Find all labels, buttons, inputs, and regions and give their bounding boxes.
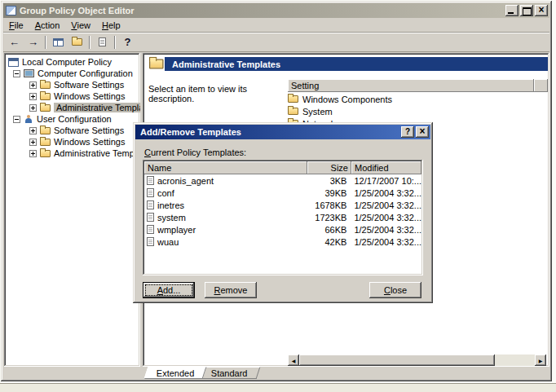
- horizontal-scrollbar[interactable]: ◀ ▶: [288, 355, 546, 366]
- document-icon: [147, 237, 154, 246]
- tree-item-administrative-templates-computer[interactable]: Administrative Templates: [6, 102, 139, 113]
- document-icon: [147, 200, 154, 209]
- dialog-titlebar[interactable]: Add/Remove Templates: [135, 125, 430, 139]
- template-row[interactable]: inetres 1678KB 1/25/2004 3:32...: [144, 199, 421, 211]
- list-item-system[interactable]: System: [288, 105, 547, 117]
- toolbar-separator: [114, 36, 116, 49]
- app-icon: [6, 6, 16, 15]
- export-list-icon: [99, 37, 106, 46]
- back-button[interactable]: ←: [5, 34, 24, 51]
- maximize-button[interactable]: [520, 5, 533, 16]
- screen: Group Policy Object Editor File Action V…: [0, 0, 556, 392]
- template-row[interactable]: wuau 42KB 1/25/2004 3:32...: [144, 236, 421, 248]
- menu-help[interactable]: Help: [96, 19, 126, 32]
- document-icon: [147, 225, 154, 234]
- expand-icon[interactable]: [29, 93, 37, 100]
- tree-item-windows-settings-user[interactable]: Windows Settings: [6, 136, 139, 148]
- column-name[interactable]: Name: [144, 161, 307, 174]
- tree-item-windows-settings-computer[interactable]: Windows Settings: [6, 90, 139, 102]
- minimize-button[interactable]: [505, 5, 518, 16]
- template-name-cell: system: [144, 213, 307, 222]
- template-name: inetres: [157, 200, 184, 210]
- scrollbar-thumb[interactable]: [299, 355, 495, 366]
- column-modified[interactable]: Modified: [351, 161, 421, 174]
- setting-column-header[interactable]: Setting: [288, 79, 534, 92]
- close-button[interactable]: [535, 5, 548, 16]
- tree-label: Administrative Templates: [54, 148, 140, 158]
- toolbar-separator: [45, 36, 46, 49]
- listview-header: Name Size Modified: [144, 161, 421, 174]
- expand-icon[interactable]: [29, 150, 37, 157]
- tree-item-computer-configuration[interactable]: Computer Configuration: [6, 68, 139, 79]
- tree-label: Windows Settings: [54, 137, 125, 147]
- template-name-cell: wuau: [144, 237, 307, 247]
- tree-label-selected: Administrative Templates: [54, 103, 140, 112]
- template-row[interactable]: system 1723KB 1/25/2004 3:32...: [144, 211, 421, 223]
- template-name: acronis_agent: [157, 176, 214, 186]
- console-tree-icon: [53, 38, 64, 46]
- folder-icon: [40, 93, 51, 100]
- menu-bar: File Action View Help: [3, 18, 549, 33]
- collapse-icon[interactable]: [13, 116, 20, 123]
- scroll-right-button[interactable]: ▶: [535, 355, 546, 366]
- tree-item-administrative-templates-user[interactable]: Administrative Templates: [6, 148, 139, 159]
- menu-view[interactable]: View: [65, 19, 96, 32]
- item-description: Select an item to view its description.: [148, 84, 285, 104]
- expand-icon[interactable]: [29, 139, 37, 146]
- template-name-cell: acronis_agent: [144, 176, 307, 186]
- current-policy-templates-label: Current Policy Templates:: [144, 148, 246, 157]
- tab-standard[interactable]: Standard: [199, 367, 261, 379]
- menu-file[interactable]: File: [3, 19, 29, 32]
- tab-standard-label: Standard: [211, 368, 248, 378]
- folder-icon: [40, 104, 51, 112]
- up-one-level-button[interactable]: [68, 34, 86, 51]
- folder-icon: [40, 150, 51, 157]
- console-tree: Local Computer Policy Computer Configura…: [4, 53, 140, 367]
- expand-icon[interactable]: [29, 104, 37, 112]
- template-name-cell: wmplayer: [144, 225, 307, 235]
- template-row[interactable]: conf 39KB 1/25/2004 3:32...: [144, 187, 421, 199]
- expand-icon[interactable]: [29, 81, 37, 89]
- help-button[interactable]: ?: [118, 34, 137, 51]
- tree-item-user-configuration[interactable]: User Configuration: [6, 113, 139, 125]
- dialog-controls: [401, 126, 429, 138]
- tree-label: User Configuration: [37, 114, 112, 124]
- toolbar-separator: [89, 36, 90, 49]
- add-button[interactable]: Add...: [143, 282, 195, 298]
- folder-icon: [40, 127, 51, 134]
- collapse-icon[interactable]: [13, 70, 20, 77]
- view-tabs: Extended Standard: [143, 367, 549, 380]
- tab-extended-label: Extended: [157, 368, 194, 378]
- menu-action[interactable]: Action: [29, 19, 66, 32]
- list-item-windows-components[interactable]: Windows Components: [288, 93, 547, 105]
- forward-button[interactable]: →: [24, 34, 42, 51]
- template-name: system: [157, 213, 186, 222]
- scroll-left-button[interactable]: ◀: [288, 355, 299, 366]
- column-size[interactable]: Size: [307, 161, 351, 174]
- dialog-help-button[interactable]: [401, 126, 414, 138]
- tree-item-software-settings-user[interactable]: Software Settings: [6, 125, 139, 136]
- template-modified: 1/25/2004 3:32...: [350, 200, 421, 210]
- document-icon: [147, 213, 154, 222]
- expand-icon[interactable]: [29, 127, 37, 134]
- folder-icon: [288, 95, 298, 103]
- tab-extended[interactable]: Extended: [144, 367, 207, 379]
- tree-label: Computer Configuration: [38, 68, 133, 78]
- dialog-close-button[interactable]: [416, 126, 429, 138]
- show-console-tree-button[interactable]: [49, 34, 68, 51]
- document-icon: [147, 188, 154, 197]
- export-list-button[interactable]: [93, 34, 112, 51]
- window-title: Group Policy Object Editor: [20, 6, 505, 15]
- tree-item-software-settings-computer[interactable]: Software Settings: [6, 79, 139, 90]
- console-root-icon: [8, 58, 19, 67]
- template-row[interactable]: acronis_agent 3KB 12/17/2007 10:...: [144, 174, 421, 187]
- remove-button[interactable]: Remove: [205, 282, 257, 298]
- template-row[interactable]: wmplayer 66KB 1/25/2004 3:32...: [144, 223, 421, 236]
- tree-item-local-computer-policy[interactable]: Local Computer Policy: [6, 56, 139, 68]
- window-titlebar[interactable]: Group Policy Object Editor: [3, 3, 549, 18]
- folder-up-icon: [72, 38, 82, 46]
- close-dialog-button[interactable]: Close: [369, 282, 421, 298]
- folder-icon: [40, 81, 51, 89]
- tree-label: Software Settings: [54, 80, 124, 90]
- desktop-strip: [0, 383, 556, 392]
